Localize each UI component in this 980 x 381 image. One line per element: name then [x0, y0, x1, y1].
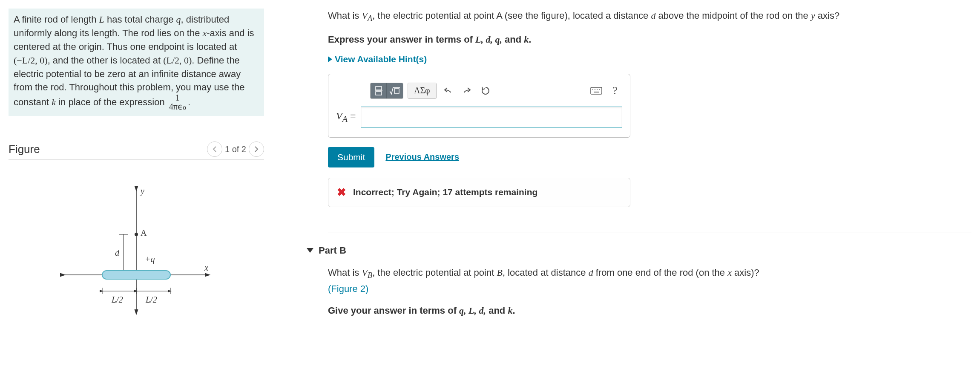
fraction-template-button[interactable] — [371, 83, 387, 98]
and-text: and — [486, 305, 508, 316]
fraction: 14πϵ₀ — [167, 93, 188, 111]
var-B: B — [497, 267, 502, 278]
redo-button[interactable] — [460, 84, 474, 98]
fraction-den: 4πϵ₀ — [167, 102, 188, 111]
triangle-down-icon — [307, 248, 313, 253]
qtext: from one end of the rod (on the — [593, 267, 728, 278]
qtext: axis)? — [732, 267, 759, 278]
reset-button[interactable] — [478, 84, 493, 98]
var-L: L — [99, 14, 104, 25]
greek-buttons: ΑΣφ — [408, 83, 437, 99]
intro-text: , and the other is located at — [48, 55, 164, 66]
svg-text:y: y — [140, 186, 144, 196]
part-b-title: Part B — [319, 245, 346, 256]
hints-label: View Available Hint(s) — [335, 54, 427, 64]
sub-A: A — [368, 14, 372, 23]
svg-rect-28 — [594, 92, 599, 92]
qtext: , the electric potential at point A (see… — [372, 10, 651, 21]
svg-rect-23 — [591, 87, 602, 94]
equation-toolbar: ΑΣφ ? — [370, 83, 622, 99]
answer-label: VA = — [336, 110, 356, 124]
svg-text:L/2: L/2 — [145, 295, 157, 304]
answer-input[interactable] — [361, 107, 622, 128]
point-2: (L/2, 0) — [163, 55, 192, 66]
keyboard-button[interactable] — [589, 84, 604, 98]
greek-letters-button[interactable]: ΑΣφ — [408, 83, 436, 98]
point-1: (−L/2, 0) — [14, 55, 48, 66]
question-text: What is VA, the electric potential at po… — [328, 9, 971, 25]
figure-prev-button[interactable] — [207, 141, 222, 157]
keyboard-icon — [590, 87, 602, 95]
V: V — [362, 10, 367, 21]
svg-rect-20 — [376, 92, 382, 95]
var-x: x — [203, 28, 207, 38]
intro-text: A finite rod of length — [14, 14, 99, 25]
intro-text: has total charge — [104, 14, 176, 25]
var-k: k — [52, 97, 56, 108]
express-text: Express your answer in terms of — [328, 34, 475, 45]
svg-text:x: x — [204, 263, 208, 272]
sub-B: B — [368, 271, 372, 280]
feedback-box: ✖ Incorrect; Try Again; 17 attempts rema… — [328, 178, 630, 207]
var-VB: VB — [362, 267, 372, 278]
reset-icon — [481, 86, 490, 95]
qtext: What is — [328, 267, 362, 278]
sub-A: A — [342, 114, 348, 124]
fraction-icon — [375, 86, 382, 95]
help-button[interactable]: ? — [608, 84, 622, 98]
undo-icon — [443, 87, 453, 95]
var-q: q — [176, 14, 181, 25]
svg-rect-10 — [102, 271, 170, 279]
qtext: What is — [328, 10, 362, 21]
undo-button[interactable] — [441, 84, 455, 98]
problem-intro: A finite rod of length L has total charg… — [9, 9, 264, 116]
equals: = — [348, 110, 356, 121]
part-b-question: What is VB, the electric potential at po… — [328, 266, 971, 296]
qtext: , located at distance — [503, 267, 589, 278]
var-d: d — [589, 267, 593, 278]
rod-diagram-icon: y x A d +q — [55, 185, 217, 322]
period: . — [512, 305, 515, 316]
feedback-text: Incorrect; Try Again; 17 attempts remain… — [353, 187, 537, 197]
V: V — [336, 110, 342, 121]
svg-rect-22 — [394, 89, 399, 93]
var-VA: VA — [362, 10, 372, 21]
x-icon: ✖ — [337, 186, 346, 199]
figure-title: Figure — [9, 143, 40, 156]
fraction-num: 1 — [167, 93, 188, 102]
divider — [328, 233, 971, 233]
var-y: y — [811, 10, 815, 21]
svg-text:d: d — [115, 248, 120, 257]
svg-point-4 — [135, 233, 138, 236]
figure-nav: 1 of 2 — [207, 141, 264, 157]
svg-point-25 — [595, 89, 595, 90]
previous-answers-link[interactable]: Previous Answers — [385, 152, 459, 162]
svg-text:A: A — [141, 228, 147, 237]
vars: q, L, d, — [459, 305, 486, 316]
qtext: , the electric potential at point — [372, 267, 497, 278]
chevron-right-icon — [254, 146, 259, 152]
part-b-header[interactable]: Part B — [307, 245, 971, 256]
part-b-instructions: Give your answer in terms of q, L, d, an… — [328, 303, 971, 318]
redo-icon — [462, 87, 471, 95]
qtext: axis? — [815, 10, 839, 21]
svg-text:+q: +q — [145, 254, 155, 264]
period: . — [529, 34, 531, 45]
figure-2-link[interactable]: (Figure 2) — [328, 283, 368, 294]
answer-box: ΑΣφ ? — [328, 74, 630, 138]
express-instructions: Express your answer in terms of L, d, q,… — [328, 32, 971, 46]
view-hints-button[interactable]: View Available Hint(s) — [328, 54, 971, 64]
intro-text: in place of the expression — [56, 97, 167, 108]
V: V — [362, 267, 367, 278]
submit-button[interactable]: Submit — [328, 147, 374, 167]
svg-point-26 — [597, 89, 598, 90]
period: . — [188, 97, 190, 108]
figure-header: Figure 1 of 2 — [9, 141, 264, 160]
figure-counter: 1 of 2 — [225, 144, 246, 154]
svg-text:L/2: L/2 — [111, 295, 123, 304]
figure-next-button[interactable] — [249, 141, 264, 157]
submit-row: Submit Previous Answers — [328, 147, 971, 167]
svg-rect-19 — [376, 87, 382, 90]
qtext: above the midpoint of the rod on the — [655, 10, 810, 21]
sqrt-template-button[interactable] — [387, 83, 403, 98]
